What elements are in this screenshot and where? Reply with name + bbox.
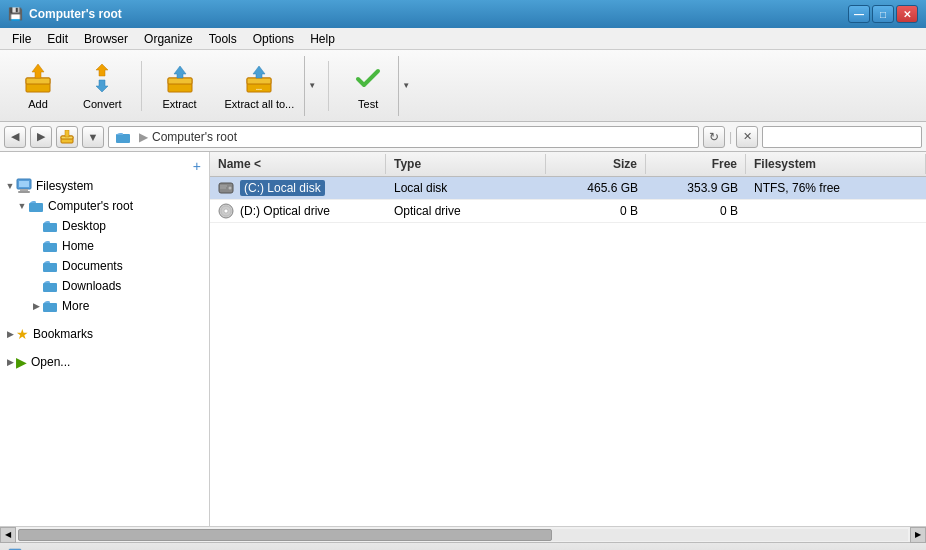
sidebar-item-open[interactable]: ▶ ▶ Open... xyxy=(0,352,209,372)
sidebar-item-home[interactable]: Home xyxy=(0,236,209,256)
minimize-button[interactable]: — xyxy=(848,5,870,23)
sidebar-item-downloads[interactable]: Downloads xyxy=(0,276,209,296)
search-input[interactable] xyxy=(762,126,922,148)
back-button[interactable]: ◀ xyxy=(4,126,26,148)
sidebar-more-label: More xyxy=(62,299,89,313)
col-name[interactable]: Name < xyxy=(210,154,386,174)
main-content: + ▼ Filesystem ▼ Computer's root xyxy=(0,152,926,526)
extract-all-button[interactable]: ... Extract all to... xyxy=(215,56,305,116)
search-dropdown-button[interactable]: ✕ xyxy=(736,126,758,148)
folder-desktop-icon xyxy=(42,218,58,234)
statusbar: Selected: 0 dir(s), 0 file(s), 0 B + Bro… xyxy=(0,542,926,550)
sidebar-add-button[interactable]: + xyxy=(0,156,209,176)
extract-icon xyxy=(164,62,196,94)
up-button[interactable] xyxy=(56,126,78,148)
convert-button[interactable]: Convert xyxy=(72,56,133,116)
sidebar-item-computers-root[interactable]: ▼ Computer's root xyxy=(0,196,209,216)
svg-marker-4 xyxy=(96,80,108,92)
sidebar-item-filesystem[interactable]: ▼ Filesystem xyxy=(0,176,209,196)
c-drive-filesystem: NTFS, 76% free xyxy=(746,178,926,198)
address-path[interactable]: ▶ Computer's root xyxy=(108,126,699,148)
menu-browser[interactable]: Browser xyxy=(76,30,136,48)
address-separator: | xyxy=(729,130,732,144)
more-expand[interactable]: ▶ xyxy=(30,300,42,312)
hscroll-right-button[interactable]: ▶ xyxy=(910,527,926,543)
menu-tools[interactable]: Tools xyxy=(201,30,245,48)
open-expand[interactable]: ▶ xyxy=(4,356,16,368)
folder-home-icon xyxy=(42,238,58,254)
folder-downloads-icon xyxy=(42,278,58,294)
extract-all-dropdown-button[interactable]: ▼ xyxy=(304,56,319,116)
menu-file[interactable]: File xyxy=(4,30,39,48)
bookmarks-expand[interactable]: ▶ xyxy=(4,328,16,340)
computer-icon xyxy=(16,178,32,194)
col-size[interactable]: Size xyxy=(546,154,646,174)
menu-options[interactable]: Options xyxy=(245,30,302,48)
c-drive-size: 465.6 GB xyxy=(546,178,646,198)
col-type[interactable]: Type xyxy=(386,154,546,174)
forward-button[interactable]: ▶ xyxy=(30,126,52,148)
computers-root-expand[interactable]: ▼ xyxy=(16,200,28,212)
d-drive-filesystem xyxy=(746,208,926,214)
add-icon xyxy=(22,62,54,94)
svg-rect-15 xyxy=(116,134,130,143)
extract-all-label: Extract all to... xyxy=(225,98,295,110)
sidebar-item-bookmarks[interactable]: ▶ ★ Bookmarks xyxy=(0,324,209,344)
test-label: Test xyxy=(358,98,378,110)
sidebar-open-label: Open... xyxy=(31,355,70,369)
extract-all-button-group: ... Extract all to... ▼ xyxy=(214,55,321,117)
svg-rect-21 xyxy=(43,223,57,232)
hscroll-left-button[interactable]: ◀ xyxy=(0,527,16,543)
restore-button[interactable]: □ xyxy=(872,5,894,23)
test-button[interactable]: Test xyxy=(338,56,398,116)
test-dropdown-button[interactable]: ▼ xyxy=(398,56,413,116)
sidebar-desktop-label: Desktop xyxy=(62,219,106,233)
sidebar: + ▼ Filesystem ▼ Computer's root xyxy=(0,152,210,526)
sidebar-item-documents[interactable]: Documents xyxy=(0,256,209,276)
svg-rect-22 xyxy=(43,243,57,252)
toolbar-separator-2 xyxy=(328,61,329,111)
sidebar-item-more[interactable]: ▶ More xyxy=(0,296,209,316)
menu-edit[interactable]: Edit xyxy=(39,30,76,48)
svg-marker-10 xyxy=(253,66,265,78)
horizontal-scrollbar[interactable]: ◀ ▶ xyxy=(0,526,926,542)
toolbar-separator-1 xyxy=(141,61,142,111)
extract-button[interactable]: Extract xyxy=(150,56,210,116)
optical-icon xyxy=(218,203,234,219)
sidebar-filesystem-label: Filesystem xyxy=(36,179,93,193)
refresh-button[interactable]: ↻ xyxy=(703,126,725,148)
col-free[interactable]: Free xyxy=(646,154,746,174)
svg-marker-7 xyxy=(174,66,186,78)
close-button[interactable]: ✕ xyxy=(896,5,918,23)
hscroll-thumb[interactable] xyxy=(18,529,552,541)
table-row[interactable]: (C:) Local disk Local disk 465.6 GB 353.… xyxy=(210,177,926,200)
file-name-d: (D:) Optical drive xyxy=(210,200,386,222)
svg-marker-14 xyxy=(65,130,69,137)
dropdown-button[interactable]: ▼ xyxy=(82,126,104,148)
toolbar: Add Convert Extract xyxy=(0,50,926,122)
svg-rect-6 xyxy=(168,78,192,84)
sidebar-documents-label: Documents xyxy=(62,259,123,273)
app-icon: 💾 xyxy=(8,7,23,21)
harddisk-icon xyxy=(218,180,234,196)
add-button[interactable]: Add xyxy=(8,56,68,116)
convert-icon xyxy=(86,62,118,94)
table-row[interactable]: (D:) Optical drive Optical drive 0 B 0 B xyxy=(210,200,926,223)
test-icon xyxy=(352,62,384,94)
star-icon: ★ xyxy=(16,326,29,342)
menu-organize[interactable]: Organize xyxy=(136,30,201,48)
open-icon: ▶ xyxy=(16,354,27,370)
folder-more-icon xyxy=(42,298,58,314)
sidebar-item-desktop[interactable]: Desktop xyxy=(0,216,209,236)
svg-rect-19 xyxy=(18,191,30,193)
menu-help[interactable]: Help xyxy=(302,30,343,48)
hscroll-track[interactable] xyxy=(18,529,908,541)
col-filesystem[interactable]: Filesystem xyxy=(746,154,926,174)
filesystem-expand[interactable]: ▼ xyxy=(4,180,16,192)
svg-rect-18 xyxy=(20,189,28,191)
titlebar: 💾 Computer's root — □ ✕ xyxy=(0,0,926,28)
svg-text:...: ... xyxy=(256,84,262,91)
address-arrow: ▶ xyxy=(139,130,148,144)
sidebar-home-label: Home xyxy=(62,239,94,253)
folder-documents-icon xyxy=(42,258,58,274)
